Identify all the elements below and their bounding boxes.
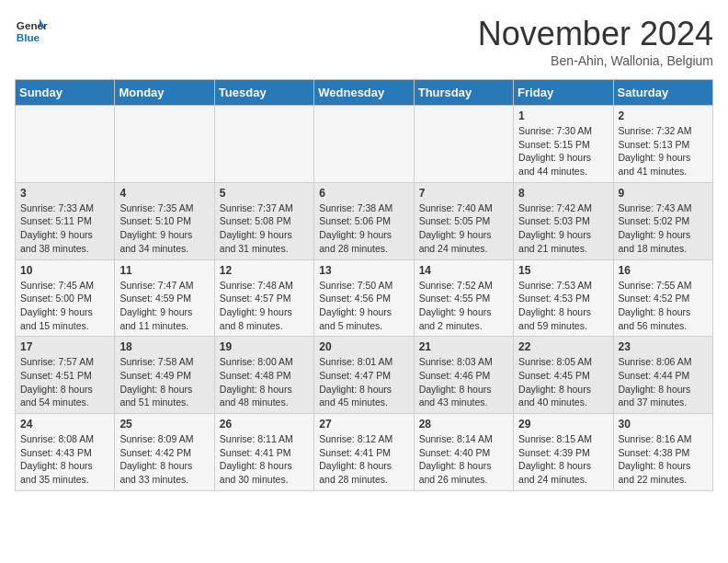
day-cell bbox=[16, 106, 115, 183]
day-cell: 9Sunrise: 7:43 AM Sunset: 5:02 PM Daylig… bbox=[613, 182, 712, 259]
calendar-body: 1Sunrise: 7:30 AM Sunset: 5:15 PM Daylig… bbox=[16, 106, 713, 491]
day-info: Sunrise: 7:57 AM Sunset: 4:51 PM Dayligh… bbox=[20, 355, 109, 409]
day-cell: 6Sunrise: 7:38 AM Sunset: 5:06 PM Daylig… bbox=[314, 182, 414, 259]
day-info: Sunrise: 8:03 AM Sunset: 4:46 PM Dayligh… bbox=[419, 355, 508, 409]
day-number: 17 bbox=[20, 340, 109, 353]
day-info: Sunrise: 7:47 AM Sunset: 4:59 PM Dayligh… bbox=[119, 279, 209, 333]
day-info: Sunrise: 7:43 AM Sunset: 5:02 PM Dayligh… bbox=[619, 201, 708, 256]
day-info: Sunrise: 8:12 AM Sunset: 4:41 PM Dayligh… bbox=[319, 432, 408, 487]
day-number: 1 bbox=[518, 109, 608, 122]
day-number: 28 bbox=[419, 418, 508, 431]
day-cell: 11Sunrise: 7:47 AM Sunset: 4:59 PM Dayli… bbox=[115, 259, 214, 337]
day-number: 7 bbox=[419, 187, 508, 200]
day-info: Sunrise: 8:05 AM Sunset: 4:45 PM Dayligh… bbox=[518, 355, 608, 409]
day-info: Sunrise: 7:45 AM Sunset: 5:00 PM Dayligh… bbox=[20, 279, 109, 333]
location: Ben-Ahin, Wallonia, Belgium bbox=[478, 53, 713, 68]
day-info: Sunrise: 7:33 AM Sunset: 5:11 PM Dayligh… bbox=[20, 201, 109, 256]
week-row-4: 17Sunrise: 7:57 AM Sunset: 4:51 PM Dayli… bbox=[16, 337, 713, 414]
day-number: 12 bbox=[220, 264, 309, 277]
calendar-header-row: SundayMondayTuesdayWednesdayThursdayFrid… bbox=[16, 80, 713, 106]
day-cell: 26Sunrise: 8:11 AM Sunset: 4:41 PM Dayli… bbox=[214, 414, 313, 491]
day-info: Sunrise: 7:48 AM Sunset: 4:57 PM Dayligh… bbox=[220, 279, 309, 333]
day-info: Sunrise: 7:40 AM Sunset: 5:05 PM Dayligh… bbox=[419, 201, 508, 256]
calendar-table: SundayMondayTuesdayWednesdayThursdayFrid… bbox=[15, 79, 713, 491]
day-cell: 19Sunrise: 8:00 AM Sunset: 4:48 PM Dayli… bbox=[214, 337, 313, 414]
day-cell: 23Sunrise: 8:06 AM Sunset: 4:44 PM Dayli… bbox=[613, 337, 712, 414]
day-number: 3 bbox=[20, 187, 109, 200]
day-cell bbox=[314, 106, 414, 183]
day-info: Sunrise: 7:55 AM Sunset: 4:52 PM Dayligh… bbox=[619, 279, 708, 333]
day-info: Sunrise: 7:58 AM Sunset: 4:49 PM Dayligh… bbox=[119, 355, 209, 409]
day-cell: 13Sunrise: 7:50 AM Sunset: 4:56 PM Dayli… bbox=[314, 259, 414, 337]
day-number: 19 bbox=[220, 340, 309, 353]
day-cell bbox=[414, 106, 513, 183]
logo-icon: General Blue bbox=[15, 15, 48, 48]
title-area: November 2024 Ben-Ahin, Wallonia, Belgiu… bbox=[478, 15, 713, 68]
day-cell: 18Sunrise: 7:58 AM Sunset: 4:49 PM Dayli… bbox=[115, 337, 214, 414]
day-info: Sunrise: 7:37 AM Sunset: 5:08 PM Dayligh… bbox=[220, 201, 309, 256]
day-info: Sunrise: 8:00 AM Sunset: 4:48 PM Dayligh… bbox=[220, 355, 309, 409]
day-number: 24 bbox=[20, 418, 109, 431]
day-cell: 20Sunrise: 8:01 AM Sunset: 4:47 PM Dayli… bbox=[314, 337, 414, 414]
day-cell: 12Sunrise: 7:48 AM Sunset: 4:57 PM Dayli… bbox=[214, 259, 313, 337]
day-info: Sunrise: 7:38 AM Sunset: 5:06 PM Dayligh… bbox=[319, 201, 408, 256]
day-info: Sunrise: 8:14 AM Sunset: 4:40 PM Dayligh… bbox=[419, 432, 508, 487]
week-row-3: 10Sunrise: 7:45 AM Sunset: 5:00 PM Dayli… bbox=[16, 259, 713, 337]
day-cell: 29Sunrise: 8:15 AM Sunset: 4:39 PM Dayli… bbox=[514, 414, 613, 491]
day-number: 9 bbox=[619, 187, 708, 200]
day-info: Sunrise: 8:09 AM Sunset: 4:42 PM Dayligh… bbox=[119, 432, 209, 487]
day-cell: 16Sunrise: 7:55 AM Sunset: 4:52 PM Dayli… bbox=[613, 259, 712, 337]
day-number: 20 bbox=[319, 340, 408, 353]
day-cell: 2Sunrise: 7:32 AM Sunset: 5:13 PM Daylig… bbox=[613, 106, 712, 183]
day-cell: 1Sunrise: 7:30 AM Sunset: 5:15 PM Daylig… bbox=[514, 106, 613, 183]
day-info: Sunrise: 7:32 AM Sunset: 5:13 PM Dayligh… bbox=[619, 124, 708, 178]
day-number: 26 bbox=[220, 418, 309, 431]
day-number: 16 bbox=[619, 264, 708, 277]
col-header-tuesday: Tuesday bbox=[214, 80, 313, 106]
week-row-2: 3Sunrise: 7:33 AM Sunset: 5:11 PM Daylig… bbox=[16, 182, 713, 259]
day-number: 8 bbox=[518, 187, 608, 200]
day-info: Sunrise: 7:53 AM Sunset: 4:53 PM Dayligh… bbox=[518, 279, 608, 333]
day-cell: 17Sunrise: 7:57 AM Sunset: 4:51 PM Dayli… bbox=[16, 337, 115, 414]
day-cell: 30Sunrise: 8:16 AM Sunset: 4:38 PM Dayli… bbox=[613, 414, 712, 491]
day-info: Sunrise: 7:35 AM Sunset: 5:10 PM Dayligh… bbox=[119, 201, 209, 256]
day-number: 13 bbox=[319, 264, 408, 277]
day-number: 18 bbox=[119, 340, 209, 353]
day-number: 27 bbox=[319, 418, 408, 431]
month-title: November 2024 bbox=[478, 15, 713, 53]
day-cell bbox=[115, 106, 214, 183]
day-number: 22 bbox=[518, 340, 608, 353]
day-number: 14 bbox=[419, 264, 508, 277]
day-cell: 21Sunrise: 8:03 AM Sunset: 4:46 PM Dayli… bbox=[414, 337, 513, 414]
day-number: 6 bbox=[319, 187, 408, 200]
day-cell: 5Sunrise: 7:37 AM Sunset: 5:08 PM Daylig… bbox=[214, 182, 313, 259]
page-header: General Blue November 2024 Ben-Ahin, Wal… bbox=[15, 15, 713, 68]
col-header-saturday: Saturday bbox=[613, 80, 712, 106]
day-info: Sunrise: 8:06 AM Sunset: 4:44 PM Dayligh… bbox=[619, 355, 708, 409]
day-info: Sunrise: 8:16 AM Sunset: 4:38 PM Dayligh… bbox=[619, 432, 708, 487]
day-number: 2 bbox=[619, 109, 708, 122]
day-info: Sunrise: 7:50 AM Sunset: 4:56 PM Dayligh… bbox=[319, 279, 408, 333]
col-header-wednesday: Wednesday bbox=[314, 80, 414, 106]
day-info: Sunrise: 8:08 AM Sunset: 4:43 PM Dayligh… bbox=[20, 432, 109, 487]
day-cell: 14Sunrise: 7:52 AM Sunset: 4:55 PM Dayli… bbox=[414, 259, 513, 337]
week-row-5: 24Sunrise: 8:08 AM Sunset: 4:43 PM Dayli… bbox=[16, 414, 713, 491]
day-cell: 8Sunrise: 7:42 AM Sunset: 5:03 PM Daylig… bbox=[514, 182, 613, 259]
day-info: Sunrise: 8:01 AM Sunset: 4:47 PM Dayligh… bbox=[319, 355, 408, 409]
day-info: Sunrise: 7:30 AM Sunset: 5:15 PM Dayligh… bbox=[518, 124, 608, 178]
day-number: 5 bbox=[220, 187, 309, 200]
col-header-thursday: Thursday bbox=[414, 80, 513, 106]
day-info: Sunrise: 8:11 AM Sunset: 4:41 PM Dayligh… bbox=[220, 432, 309, 487]
day-cell: 15Sunrise: 7:53 AM Sunset: 4:53 PM Dayli… bbox=[514, 259, 613, 337]
day-number: 15 bbox=[518, 264, 608, 277]
day-cell: 24Sunrise: 8:08 AM Sunset: 4:43 PM Dayli… bbox=[16, 414, 115, 491]
day-cell bbox=[214, 106, 313, 183]
day-number: 4 bbox=[119, 187, 209, 200]
day-number: 10 bbox=[20, 264, 109, 277]
day-number: 11 bbox=[119, 264, 209, 277]
day-number: 30 bbox=[619, 418, 708, 431]
col-header-friday: Friday bbox=[514, 80, 613, 106]
svg-text:Blue: Blue bbox=[17, 31, 40, 43]
day-cell: 3Sunrise: 7:33 AM Sunset: 5:11 PM Daylig… bbox=[16, 182, 115, 259]
logo: General Blue bbox=[15, 15, 48, 48]
